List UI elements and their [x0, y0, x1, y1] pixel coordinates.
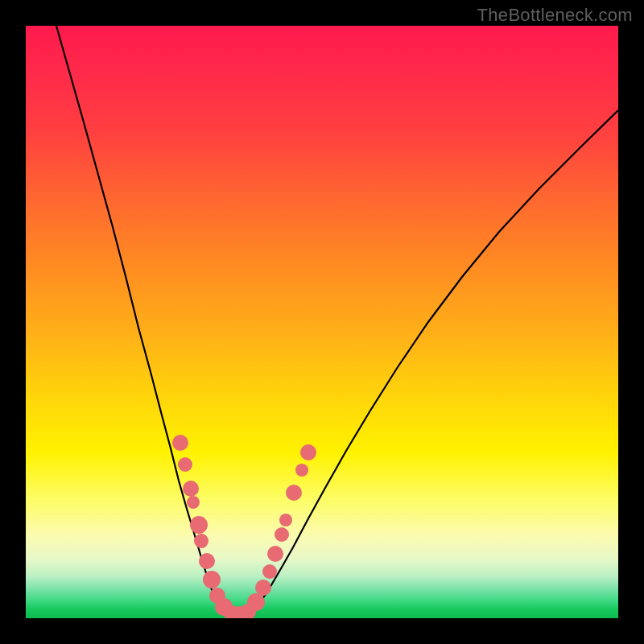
- data-marker: [194, 534, 208, 548]
- data-marker: [172, 435, 188, 451]
- plot-area: [26, 26, 618, 618]
- watermark-text: TheBottleneck.com: [477, 5, 633, 26]
- data-marker: [300, 444, 316, 460]
- data-marker: [187, 496, 200, 509]
- data-marker: [255, 580, 271, 596]
- chart-frame: TheBottleneck.com: [0, 0, 644, 644]
- data-marker: [262, 564, 277, 579]
- data-marker: [178, 457, 192, 472]
- data-marker: [199, 553, 215, 569]
- data-marker: [279, 514, 292, 526]
- chart-svg: [26, 26, 618, 618]
- data-marker: [203, 571, 221, 588]
- data-marker: [183, 481, 199, 497]
- data-marker: [190, 516, 208, 534]
- marker-layer: [172, 435, 316, 618]
- bottleneck-curve: [56, 26, 618, 617]
- data-marker: [267, 546, 283, 562]
- data-marker: [247, 593, 265, 611]
- data-marker: [286, 485, 302, 501]
- data-marker: [295, 464, 308, 477]
- data-marker: [275, 527, 289, 542]
